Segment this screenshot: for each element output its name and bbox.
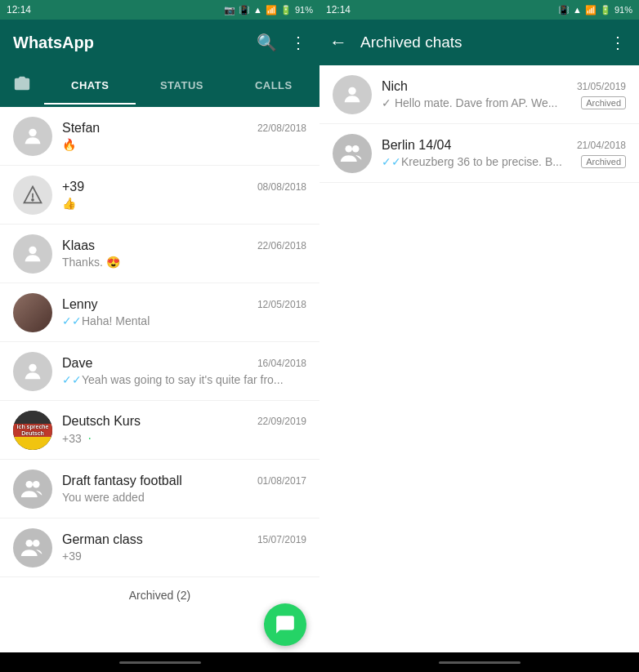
svg-point-4 — [29, 363, 36, 371]
status-icons-left: 📷 📳 ▲ 📶 🔋 91% — [224, 5, 313, 16]
svg-point-11 — [352, 145, 360, 153]
chat-preview-39: 👍 — [62, 197, 306, 210]
more-options-button[interactable]: ⋮ — [290, 33, 306, 52]
app-title: WhatsApp — [13, 33, 94, 52]
archived-chat-name-nich: Nich — [382, 79, 408, 94]
chat-preview-klaas: Thanks. 😍 — [62, 256, 306, 269]
chat-item-lenny[interactable]: Lenny 12/05/2018 ✓✓Haha! Mental — [0, 283, 320, 342]
avatar-klaas — [13, 234, 52, 274]
archived-chat-item-berlin[interactable]: Berlin 14/04 21/04/2018 ✓✓Kreuzberg 36 t… — [320, 124, 639, 183]
archived-chat-name-berlin: Berlin 14/04 — [382, 138, 451, 153]
search-button[interactable]: 🔍 — [257, 33, 277, 52]
archived-chat-item-nich[interactable]: Nich 31/05/2019 ✓ Hello mate. Dave from … — [320, 65, 639, 124]
archived-chat-time-nich: 31/05/2019 — [577, 81, 626, 92]
chat-content-germanclass: German class 15/07/2019 +39 — [62, 532, 306, 563]
archived-app-bar: ← Archived chats ⋮ — [320, 20, 639, 65]
chat-item-39[interactable]: +39 08/08/2018 👍 — [0, 166, 320, 225]
avatar-39 — [13, 176, 52, 215]
chat-preview-germanclass: +39 — [62, 550, 306, 563]
chat-content-draft: Draft fantasy football 01/08/2017 You we… — [62, 474, 306, 504]
status-bar-right: 12:14 📳 ▲ 📶 🔋 91% — [320, 0, 639, 20]
svg-point-0 — [29, 128, 36, 136]
app-bar-actions: 🔍 ⋮ — [257, 33, 306, 52]
avatar-stefan — [13, 117, 52, 156]
avatar-dave — [13, 352, 52, 391]
app-bar-left: WhatsApp 🔍 ⋮ — [0, 20, 320, 65]
battery-percent-right: 91% — [614, 5, 632, 15]
chat-name-klaas: Klaas — [62, 238, 95, 253]
chat-name-draft: Draft fantasy football — [62, 474, 182, 488]
wifi-icon: 📶 — [266, 5, 277, 16]
chat-name-lenny: Lenny — [62, 297, 98, 312]
svg-point-3 — [29, 246, 36, 253]
archived-label: Archived (2) — [129, 589, 190, 602]
chat-name-deutsch: Deutsch Kurs — [62, 414, 141, 429]
nav-bar-indicator-right — [439, 661, 521, 664]
nav-bar-right — [320, 652, 639, 672]
tab-calls[interactable]: CALLS — [228, 68, 320, 105]
chat-name-dave: Dave — [62, 356, 92, 371]
chat-item-stefan[interactable]: Stefan 22/08/2018 🔥 — [0, 107, 320, 166]
chat-time-lenny: 12/05/2018 — [257, 299, 306, 310]
battery-percent-left: 91% — [295, 5, 313, 15]
vibrate-icon-r: 📳 — [558, 5, 570, 16]
chat-name-stefan: Stefan — [62, 121, 100, 136]
wifi-icon-r: 📶 — [585, 5, 597, 16]
chat-content-klaas: Klaas 22/06/2018 Thanks. 😍 — [62, 238, 306, 269]
camera-tab-icon[interactable] — [0, 65, 44, 107]
chat-time-germanclass: 15/07/2019 — [257, 534, 306, 545]
archived-chat-time-berlin: 21/04/2018 — [577, 140, 626, 151]
svg-point-6 — [33, 481, 40, 488]
chat-content-39: +39 08/08/2018 👍 — [62, 180, 306, 210]
chat-item-draft[interactable]: Draft fantasy football 01/08/2017 You we… — [0, 460, 320, 518]
status-time-left: 12:14 — [7, 4, 31, 16]
chat-content-deutsch: Deutsch Kurs 22/09/2019 +33 · — [62, 414, 306, 446]
avatar-germanclass — [13, 528, 52, 567]
avatar-deutsch: ich sprecheDeutsch — [13, 411, 52, 450]
chat-content-stefan: Stefan 22/08/2018 🔥 — [62, 121, 306, 151]
camera-status-icon: 📷 — [224, 5, 235, 16]
chat-name-germanclass: German class — [62, 532, 143, 547]
right-panel: 12:14 📳 ▲ 📶 🔋 91% ← Archived chats ⋮ Nic… — [320, 0, 639, 672]
chat-time-39: 08/08/2018 — [257, 181, 306, 193]
back-button[interactable]: ← — [323, 25, 354, 60]
signal-icon-r: ▲ — [573, 5, 582, 15]
chat-item-deutsch[interactable]: ich sprecheDeutsch Deutsch Kurs 22/09/20… — [0, 401, 320, 460]
avatar-draft — [13, 470, 52, 509]
svg-point-2 — [32, 198, 34, 200]
battery-icon: 🔋 — [280, 5, 292, 16]
svg-point-7 — [26, 540, 34, 547]
svg-point-9 — [348, 87, 355, 94]
archived-badge-berlin: Archived — [581, 155, 626, 168]
chat-item-klaas[interactable]: Klaas 22/06/2018 Thanks. 😍 — [0, 225, 320, 283]
chat-time-stefan: 22/08/2018 — [257, 122, 306, 134]
chat-item-germanclass[interactable]: German class 15/07/2019 +39 — [0, 518, 320, 577]
chat-content-lenny: Lenny 12/05/2018 ✓✓Haha! Mental — [62, 297, 306, 327]
tab-status[interactable]: STATUS — [136, 68, 227, 105]
nav-bar-indicator-left — [119, 661, 201, 664]
tabs-bar: CHATS STATUS CALLS — [0, 65, 320, 107]
chat-name-39: +39 — [62, 180, 84, 194]
svg-point-5 — [26, 481, 34, 488]
chat-preview-lenny: ✓✓Haha! Mental — [62, 314, 306, 327]
archived-chat-preview-berlin: ✓✓Kreuzberg 36 to be precise. B... — [382, 155, 581, 168]
chat-preview-deutsch: +33 · — [62, 431, 306, 446]
archived-chat-list: Nich 31/05/2019 ✓ Hello mate. Dave from … — [320, 65, 639, 652]
status-time-right: 12:14 — [326, 4, 351, 16]
status-icons-right: 📳 ▲ 📶 🔋 91% — [558, 5, 632, 16]
signal-icon: ▲ — [253, 5, 262, 15]
chat-time-draft: 01/08/2017 — [257, 475, 306, 487]
tab-chats[interactable]: CHATS — [44, 68, 136, 105]
chat-item-dave[interactable]: Dave 16/04/2018 ✓✓Yeah was going to say … — [0, 342, 320, 401]
avatar-berlin — [333, 134, 372, 173]
archived-more-options-button[interactable]: ⋮ — [603, 26, 632, 59]
svg-point-10 — [346, 145, 353, 153]
archived-badge-nich: Archived — [581, 96, 626, 109]
nav-bar-left — [0, 652, 320, 672]
avatar-nich — [333, 75, 372, 114]
archived-chat-preview-nich: ✓ Hello mate. Dave from AP. We... — [382, 96, 581, 109]
svg-point-8 — [33, 540, 40, 547]
chat-time-klaas: 22/06/2018 — [257, 240, 306, 251]
new-chat-fab[interactable] — [264, 603, 306, 646]
vibrate-icon: 📳 — [239, 5, 250, 16]
